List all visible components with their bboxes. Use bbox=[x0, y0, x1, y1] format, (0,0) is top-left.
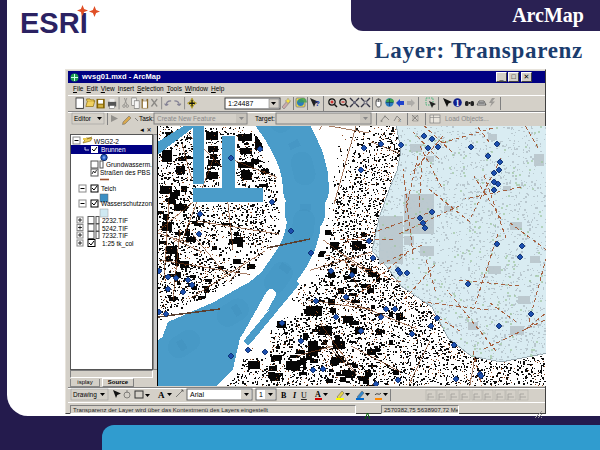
svg-text:Straßen des PBS: Straßen des PBS bbox=[100, 169, 151, 176]
svg-text:Task:: Task: bbox=[139, 115, 154, 122]
svg-text:Editor: Editor bbox=[74, 115, 92, 122]
svg-text:A: A bbox=[315, 390, 321, 399]
svg-text:Teich: Teich bbox=[101, 185, 117, 192]
svg-text:A: A bbox=[158, 390, 165, 400]
svg-text:Wasserschutzzone: Wasserschutzzone bbox=[101, 200, 152, 207]
svg-text:Drawing: Drawing bbox=[73, 391, 97, 399]
svg-text:B: B bbox=[281, 391, 287, 400]
svg-text:x: x bbox=[398, 117, 401, 123]
svg-text:5242.TIF: 5242.TIF bbox=[102, 225, 128, 232]
svg-text:2232.TIF: 2232.TIF bbox=[102, 217, 128, 224]
svg-text:I: I bbox=[292, 391, 297, 400]
svg-text:Target:: Target: bbox=[255, 115, 275, 123]
svg-text:Create New Feature: Create New Feature bbox=[157, 115, 216, 122]
svg-text:Arial: Arial bbox=[190, 391, 204, 398]
svg-text:Grundwasserm.: Grundwasserm. bbox=[106, 161, 152, 168]
svg-text:1: 1 bbox=[456, 99, 460, 108]
svg-text:?: ? bbox=[315, 99, 320, 108]
svg-text:1:25 tk_col: 1:25 tk_col bbox=[102, 240, 134, 248]
svg-text:U: U bbox=[301, 391, 307, 400]
svg-text:7232.TIF: 7232.TIF bbox=[102, 232, 128, 239]
svg-text:1:24487: 1:24487 bbox=[228, 100, 253, 107]
svg-text:Load Objects...: Load Objects... bbox=[445, 115, 489, 123]
svg-text:WSG2-2: WSG2-2 bbox=[94, 138, 119, 145]
svg-text:Brunnen: Brunnen bbox=[101, 146, 126, 153]
svg-text:1: 1 bbox=[259, 391, 263, 398]
